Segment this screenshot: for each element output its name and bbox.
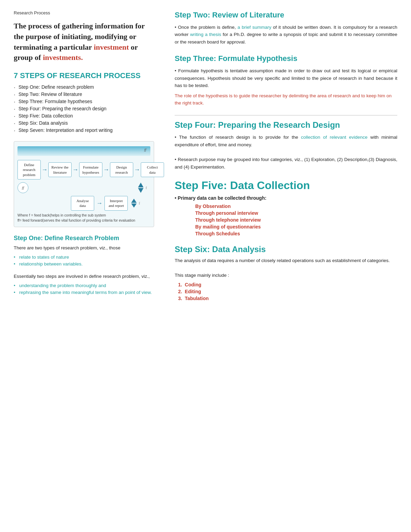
step-two-title: Step Two: Review of Literature	[175, 10, 397, 20]
ff-circle: ff	[17, 182, 28, 193]
step-four-highlight: collection of relevant evidence	[301, 135, 368, 140]
step-six-body1: The analysis of data requires a number o…	[175, 257, 397, 264]
step-one-body2: Essentially two steps are involved in de…	[14, 273, 154, 280]
arrow-icon: →	[134, 166, 140, 173]
left-column: Research Process The process of gatherin…	[0, 0, 164, 532]
diagram-box-define: Defineresearchproblem	[17, 160, 41, 180]
blue-arrow-down2-icon	[131, 203, 137, 208]
diagram-box-design: Designresearch	[110, 162, 133, 177]
step-three-body-text: Formulate hypothesis is tentative assump…	[175, 68, 397, 88]
step-six-item-num: 1.	[178, 282, 182, 287]
diagram-box-review: Review theliterature	[48, 162, 72, 177]
diagram-caption-line2: ff= feed forward(serves the vital functi…	[17, 218, 135, 222]
step-three-title: Step Three: Formulate Hypothesis	[175, 54, 397, 64]
step-six-ordered-list: 1. Coding 2. Editing 3. Tabulation	[178, 282, 397, 301]
diagram-bottom-row: Analysedata → Interpretand report f	[17, 196, 140, 211]
arrow-icon: →	[103, 166, 109, 173]
step-three-red: The role of the hypothesis is to guide t…	[175, 92, 397, 107]
step-one-bullet3: understanding the problem thoroughly and	[14, 283, 154, 288]
diagram-box-collect: Collect data	[141, 162, 164, 177]
step-two-section: Step Two: Review of Literature • Once th…	[175, 10, 397, 46]
f-label2: f	[139, 201, 140, 205]
arrow-icon: →	[72, 166, 78, 173]
breadcrumb: Research Process	[14, 10, 154, 15]
diagram-top-row: Defineresearchproblem → Review thelitera…	[17, 160, 150, 180]
f-label: f	[146, 186, 147, 190]
diagram-caption-line1: Where f = feed back(helps in controlling…	[17, 213, 106, 217]
step-five-title: Step Five: Data Collection	[175, 179, 397, 192]
collection-method-item: Through Schedules	[195, 231, 397, 236]
intro-highlight1: investment	[94, 43, 129, 51]
step-four-body1: • The function of research design is to …	[175, 134, 397, 148]
step-list-item: Step Two: Review of literature	[14, 91, 154, 97]
intro-highlight2: investments.	[43, 53, 83, 62]
diagram-box-formulate: Formulatehypotheses	[79, 162, 102, 177]
step-six-item-label: Editing	[185, 289, 201, 294]
step-four-body2-text: Research purpose may be grouped into fou…	[175, 157, 397, 170]
step-six-item-editing: 2. Editing	[178, 289, 397, 294]
diagram-mid: ff f	[17, 182, 150, 193]
step-one-title: Step One: Define Research Problem	[14, 235, 154, 242]
step-list-item: Step Six: Data analysis	[14, 120, 154, 126]
step-five-intro: Primary data can be collected through:	[178, 195, 266, 201]
step-four-title: Step Four: Preparing the Research Design	[175, 120, 397, 130]
page: Research Process The process of gatherin…	[0, 0, 411, 532]
collection-method-item: By mailing of questionnaries	[195, 224, 397, 230]
seven-steps-title: 7 STEPS OF RESEARCH PROCESS	[14, 71, 154, 80]
divider	[175, 115, 397, 115]
right-column: Step Two: Review of Literature • Once th…	[164, 0, 411, 532]
step-two-highlight2: writing a thesis	[190, 32, 221, 37]
step-four-section: Step Four: Preparing the Research Design…	[175, 120, 397, 171]
arrow-icon: →	[41, 166, 48, 173]
step-one-bullet2: relationship between variables.	[14, 261, 154, 267]
step-one-bullet1: relate to states of nature	[14, 255, 154, 260]
collection-method-item: By Observation	[195, 203, 397, 209]
step-three-body: • Formulate hypothesis is tentative assu…	[175, 67, 397, 89]
step-six-item-num: 2.	[178, 289, 182, 294]
step-six-item-coding: 1. Coding	[178, 282, 397, 287]
blue-arrow-down-icon	[138, 188, 144, 193]
step-two-body: • Once the problem is define, a brief su…	[175, 24, 397, 46]
step-six-body2: This stage mainly include :	[175, 272, 397, 279]
diagram-box-analyse: Analysedata	[71, 196, 94, 211]
primary-data-text: • Primary data can be collected through:	[175, 195, 397, 201]
step-two-highlight1: a brief summary	[237, 25, 271, 30]
collection-methods-list: By Observation Through personal intervie…	[195, 203, 397, 236]
step-list-item: Step One: Define research problem	[14, 84, 154, 90]
step-six-section: Step Six: Data Analysis The analysis of …	[175, 245, 397, 301]
step-list-item: Step Four: Preparing the research design	[14, 106, 154, 111]
diagram-wave	[17, 146, 150, 156]
step-three-section: Step Three: Formulate Hypothesis • Formu…	[175, 54, 397, 107]
collection-method-item: Through personal interview	[195, 210, 397, 216]
step-list-item: Step Seven: Interpretation and report wr…	[14, 127, 154, 133]
step-six-item-label: Tabulation	[185, 296, 209, 301]
step-six-title: Step Six: Data Analysis	[175, 245, 397, 254]
step-four-body2: • Research purpose may be grouped into f…	[175, 156, 397, 171]
step-six-item-label: Coding	[185, 282, 201, 287]
research-diagram: Defineresearchproblem → Review thelitera…	[14, 141, 154, 227]
step-six-item-tabulation: 3. Tabulation	[178, 296, 397, 301]
steps-list: Step One: Define research problem Step T…	[14, 84, 154, 133]
step-one-bullet4: rephrasing the same into meaningful term…	[14, 290, 154, 295]
step-six-item-num: 3.	[178, 296, 182, 301]
intro-text: The process of gathering information for…	[14, 21, 154, 63]
step-list-item: Step Five: Data collection	[14, 113, 154, 119]
diagram-caption: Where f = feed back(helps in controlling…	[17, 213, 150, 224]
collection-method-item: Through telephone interview	[195, 217, 397, 223]
blue-arrow-up-icon	[138, 183, 144, 187]
step-one-body1: There are two types of research problem,…	[14, 245, 154, 252]
blue-arrow-up2-icon	[131, 199, 137, 203]
step-list-item: Step Three: Formulate hypotheses	[14, 99, 154, 104]
arrow-icon: →	[96, 200, 102, 207]
diagram-box-interpret: Interpretand report	[104, 196, 128, 211]
step-five-section: Step Five: Data Collection • Primary dat…	[175, 179, 397, 236]
